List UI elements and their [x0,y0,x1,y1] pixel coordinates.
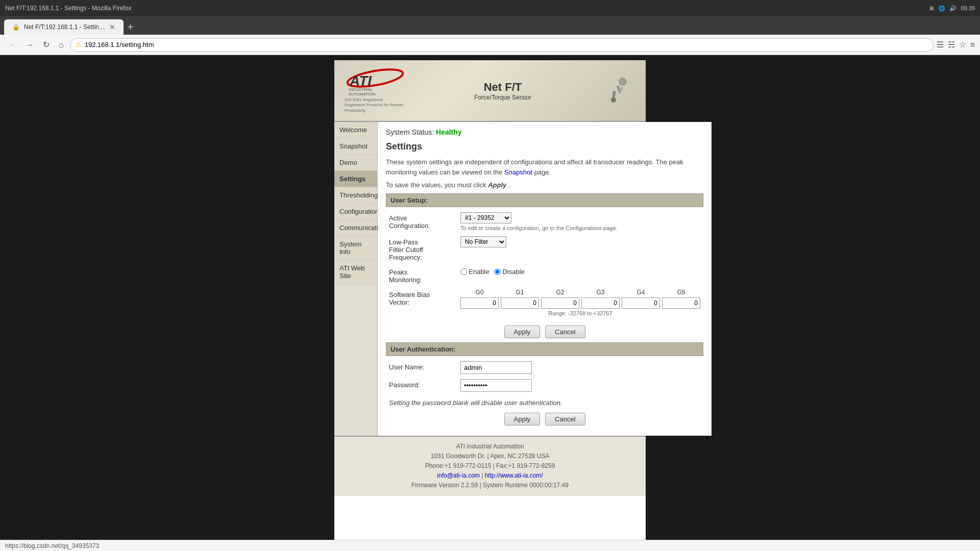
logo-tagline: Engineered Products for Robotic Producti… [345,103,406,113]
page-container: ATI INDUSTRIAL AUTOMATION ISO 9001 Regis… [334,60,646,545]
main-content: System Status: Healthy Settings These sy… [378,122,712,436]
bias-header-g1: G1 [501,289,539,296]
svg-point-4 [619,78,627,86]
footer-company: ATI Industrial Automation [339,442,641,452]
footer-email-link[interactable]: info@ati-ia.com [437,472,480,479]
browser-window: Net F/T:192.168.1.1 - Settings - Mozilla… [0,0,980,551]
peaks-enable-option[interactable]: Enable [460,268,489,276]
username-label: User Name: [389,361,460,371]
home-button[interactable]: ⌂ [56,38,67,52]
auth-apply-button[interactable]: Apply [504,413,541,425]
reader-icon[interactable]: ☵ [948,40,955,49]
active-config-row: ActiveConfiguration: #1 - 29352 To edit … [386,212,703,231]
sidebar: Welcome Snapshot Demo Settings Threshold… [334,122,378,436]
auth-cancel-button[interactable]: Cancel [545,413,585,425]
bias-input-g1[interactable] [501,297,539,309]
bias-inputs [460,297,700,309]
password-input[interactable] [460,379,532,392]
svg-text:ATI: ATI [349,73,372,89]
clock: 09:39 [961,5,975,11]
product-title-area: Net F/T Force/Torque Sensor [474,81,531,101]
peaks-label: PeaksMonitoring: [389,266,460,284]
active-config-control: #1 - 29352 To edit or create a configura… [460,212,700,231]
save-apply-text: Apply [488,181,506,189]
bias-input-g0[interactable] [460,297,499,309]
user-setup-cancel-button[interactable]: Cancel [545,325,585,338]
security-icon: ⚠ [76,41,82,48]
filter-control: No Filter [460,236,700,247]
bias-headers: G0 G1 G2 G3 G4 G5 [460,289,700,296]
system-status: System Status: Healthy [386,128,703,136]
bias-range: Range: -32768 to +32767 [460,310,700,316]
peaks-control: Enable Disable [460,266,700,276]
sidebar-item-thresholding[interactable]: Thresholding [334,187,377,204]
ati-logo-svg: ATI INDUSTRIAL AUTOMATION [345,68,406,98]
password-label: Password: [389,379,460,389]
bias-header-g3: G3 [581,289,620,296]
password-control [460,379,700,392]
active-config-label: ActiveConfiguration: [389,212,460,230]
footer-website-link[interactable]: http://www.ati-ia.com/ [485,472,543,479]
bias-header-g0: G0 [460,289,499,296]
url-input[interactable] [85,41,918,48]
filter-select[interactable]: No Filter [460,236,506,247]
user-setup-button-row: Apply Cancel [386,321,703,342]
username-control [460,361,700,374]
system-status-label: System Status: [386,128,434,136]
back-button[interactable]: ← [5,38,19,52]
browser-toolbar-icons: ☰ ☵ ☆ ≡ [937,40,975,49]
auth-button-row: Apply Cancel [386,409,703,430]
footer-address: 1031 Goodworth Dr. | Apex, NC 27539 USA [339,452,641,461]
title-bar-icons: 🖥 🌐 🔊 09:39 [928,5,975,12]
sidebar-item-welcome[interactable]: Welcome [334,122,377,138]
username-input[interactable] [460,361,532,374]
peaks-enable-radio[interactable] [460,268,467,275]
bookmarks-icon[interactable]: ☰ [937,40,944,49]
peaks-disable-option[interactable]: Disable [494,268,524,276]
reload-button[interactable]: ↻ [40,38,53,52]
bias-label: Software BiasVector: [389,289,460,306]
product-name: Net F/T [474,81,531,94]
save-note-text: To save the values, you must click [386,181,486,189]
bias-input-g2[interactable] [541,297,579,309]
bias-row: Software BiasVector: G0 G1 G2 G3 G4 G5 [386,289,703,316]
tab-label: Net F/T:192.168.1.1 - Settin… [24,23,105,31]
username-row: User Name: [386,361,703,374]
bookmark-star-icon[interactable]: ☆ [959,40,966,49]
bias-input-g3[interactable] [581,297,620,309]
active-config-hint: To edit or create a configuration, go to… [460,225,700,231]
sidebar-item-snapshot[interactable]: Snapshot [334,138,377,155]
peaks-radio-group: Enable Disable [460,266,700,276]
peaks-enable-label: Enable [469,268,489,276]
nav-bar: ← → ↻ ⌂ ⚠ ☰ ☵ ☆ ≡ [0,35,980,55]
sidebar-item-demo[interactable]: Demo [334,155,377,171]
password-row: Password: [386,379,703,392]
sidebar-item-system-info[interactable]: System Info [334,236,377,260]
logo-area: ATI INDUSTRIAL AUTOMATION ISO 9001 Regis… [345,68,406,113]
menu-icon[interactable]: ≡ [970,40,975,49]
snapshot-link[interactable]: Snapshot [504,168,532,176]
save-note: To save the values, you must click Apply… [386,180,703,190]
bias-input-g4[interactable] [622,297,660,309]
sidebar-item-settings[interactable]: Settings [334,171,377,187]
tab-close-button[interactable]: ✕ [109,23,115,31]
bias-control: G0 G1 G2 G3 G4 G5 [460,289,700,316]
auth-note: Setting the password blank will disable … [386,397,703,409]
tab-favicon: 🔒 [12,23,20,31]
user-setup-apply-button[interactable]: Apply [504,325,541,338]
bias-header-g2: G2 [541,289,579,296]
status-bar-url: https://blog.csdn.net/qq_34935373 [5,542,99,549]
active-tab[interactable]: 🔒 Net F/T:192.168.1.1 - Settin… ✕ [4,19,124,35]
new-tab-button[interactable]: + [124,19,138,35]
sidebar-item-configurations[interactable]: Configurations [334,204,377,220]
footer-phone: Phone:+1 919-772-0115 | Fax:+1 919-772-8… [339,461,641,471]
active-config-select[interactable]: #1 - 29352 [460,212,511,223]
bias-input-g5[interactable] [662,297,700,309]
page-title: Settings [386,141,703,152]
robot-image [600,76,635,106]
sidebar-item-communications[interactable]: Communications [334,220,377,236]
user-auth-header: User Authentication: [386,342,703,356]
forward-button[interactable]: → [22,38,37,52]
peaks-disable-radio[interactable] [494,268,501,275]
sidebar-item-ati-web[interactable]: ATI Web Site [334,260,377,284]
